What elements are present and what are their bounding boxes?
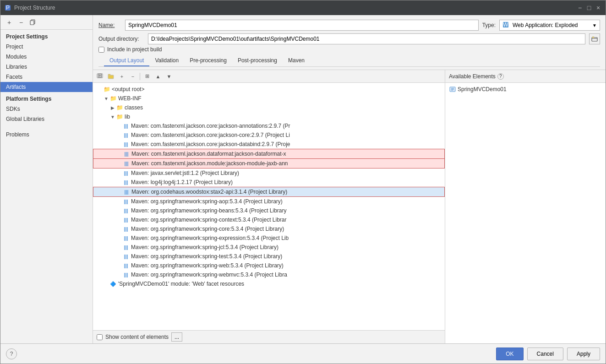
maven9-label: Maven: org.springframework:spring-aop:5.… [131, 198, 283, 205]
move-up-button[interactable]: ▲ [153, 71, 163, 81]
sidebar-item-project[interactable]: Project [0, 42, 93, 52]
tab-output-layout[interactable]: Output Layout [104, 55, 149, 66]
tree-item-maven14[interactable]: ||| Maven: org.springframework:spring-jc… [93, 243, 445, 252]
tree-item-maven12[interactable]: ||| Maven: org.springframework:spring-co… [93, 224, 445, 234]
sidebar: + − Project Settings Project Modules Lib… [0, 15, 93, 343]
sidebar-item-modules[interactable]: Modules [0, 52, 93, 62]
tree-item-maven4[interactable]: ||| Maven: com.fasterxml.jackson.datafor… [93, 149, 445, 159]
sort-button[interactable]: ⊞ [142, 71, 152, 81]
tree-item-maven1[interactable]: ||| Maven: com.fasterxml.jackson.core:ja… [93, 121, 445, 130]
maven2-icon: ||| [122, 131, 130, 139]
expand-web-inf[interactable]: ▼ [103, 96, 109, 101]
module-icon [449, 86, 456, 93]
sidebar-item-facets[interactable]: Facets [0, 72, 93, 82]
type-value: Web Application: Exploded [513, 22, 590, 28]
tree-item-maven5[interactable]: ||| Maven: com.fasterxml.jackson.module:… [93, 158, 445, 168]
ok-button[interactable]: OK [496, 348, 523, 360]
expand-lib[interactable]: ▼ [109, 114, 116, 120]
tree-item-maven15[interactable]: ||| Maven: org.springframework:spring-te… [93, 252, 445, 261]
output-root-icon: 📁 [103, 86, 110, 93]
tree-item-web-inf[interactable]: ▼ 📁 WEB-INF [93, 94, 445, 103]
maven13-icon: ||| [122, 234, 130, 242]
tree-item-maven3[interactable]: ||| Maven: com.fasterxml.jackson.core:ja… [93, 140, 445, 149]
available-item-springmvcdemo01[interactable]: SpringMVCDemo01 [445, 85, 606, 94]
type-selector[interactable]: W Web Application: Exploded ▼ [499, 20, 600, 31]
include-row: Include in project build [98, 46, 600, 53]
lib-label: lib [125, 114, 130, 120]
tab-maven[interactable]: Maven [283, 55, 310, 66]
tree-item-maven9[interactable]: ||| Maven: org.springframework:spring-ao… [93, 197, 445, 206]
maven2-label: Maven: com.fasterxml.jackson.core:jackso… [131, 132, 290, 138]
sidebar-item-artifacts[interactable]: Artifacts [0, 82, 93, 92]
include-checkbox[interactable] [98, 47, 104, 53]
remove-button[interactable]: − [128, 71, 138, 81]
maven7-label: Maven: log4j:log4j:1.2.17 (Project Libra… [131, 179, 233, 185]
tabs-bar: Output Layout Validation Pre-processing … [98, 55, 600, 67]
maven4-label: Maven: com.fasterxml.jackson.dataformat:… [131, 151, 286, 157]
tree-item-maven7[interactable]: ||| Maven: log4j:log4j:1.2.17 (Project L… [93, 178, 445, 187]
move-down-button[interactable]: ▼ [164, 71, 174, 81]
classes-icon: 📁 [116, 104, 123, 111]
copy-artifact-button[interactable] [28, 17, 38, 27]
sidebar-item-problems[interactable]: Problems [0, 130, 93, 140]
content-area: ⊞ + − ⊞ ▲ ▼ [93, 70, 606, 343]
tree-item-maven2[interactable]: ||| Maven: com.fasterxml.jackson.core:ja… [93, 130, 445, 140]
tree-item-maven6[interactable]: ||| Maven: javax.servlet:jstl:1.2 (Proje… [93, 168, 445, 178]
maven12-label: Maven: org.springframework:spring-core:5… [131, 226, 284, 232]
maximize-button[interactable]: □ [585, 4, 593, 11]
tab-post-processing[interactable]: Post-processing [232, 55, 283, 66]
show-content-more-button[interactable]: ... [171, 332, 182, 342]
add-directory-button[interactable] [106, 71, 116, 81]
sidebar-item-sdks[interactable]: SDKs [0, 104, 93, 114]
add-copy-button[interactable]: + [117, 71, 127, 81]
tree-item-maven8[interactable]: ||| Maven: org.codehaus.woodstox:stax2-a… [93, 187, 445, 197]
tree-item-maven17[interactable]: ||| Maven: org.springframework:spring-we… [93, 270, 445, 279]
tree-item-classes[interactable]: ▶ 📁 classes [93, 103, 445, 112]
maven14-label: Maven: org.springframework:spring-jcl:5.… [131, 244, 278, 250]
close-button[interactable]: × [595, 4, 602, 11]
minimize-button[interactable]: − [576, 4, 584, 11]
tree-item-facet-resources[interactable]: 🔷 'SpringMVCDemo01' module: 'Web' facet … [93, 279, 445, 288]
tree-item-maven10[interactable]: ||| Maven: org.springframework:spring-be… [93, 206, 445, 215]
problems-label: Problems [6, 131, 29, 138]
bottom-bar: Show content of elements ... [93, 330, 445, 343]
sidebar-item-libraries[interactable]: Libraries [0, 62, 93, 72]
tree-item-output-root[interactable]: 📁 <output root> [93, 85, 445, 94]
tree-item-lib[interactable]: ▼ 📁 lib [93, 112, 445, 121]
maven1-label: Maven: com.fasterxml.jackson.core:jackso… [131, 123, 290, 129]
maven8-icon: ||| [123, 188, 130, 196]
platform-settings-header: Platform Settings [0, 92, 93, 104]
name-input[interactable] [125, 20, 479, 31]
add-artifact-button[interactable]: + [4, 17, 14, 27]
dialog-title: Project Structure [14, 5, 576, 11]
sidebar-item-global-libraries[interactable]: Global Libraries [0, 114, 93, 124]
tree-item-maven13[interactable]: ||| Maven: org.springframework:spring-ex… [93, 234, 445, 243]
tree-item-maven16[interactable]: ||| Maven: org.springframework:spring-we… [93, 261, 445, 270]
remove-artifact-button[interactable]: − [16, 17, 26, 27]
app-icon: P [4, 4, 11, 11]
tab-pre-processing[interactable]: Pre-processing [184, 55, 232, 66]
tree-toolbar: ⊞ + − ⊞ ▲ ▼ [93, 70, 445, 83]
apply-button[interactable]: Apply [567, 348, 600, 360]
cancel-button[interactable]: Cancel [527, 348, 563, 360]
maven14-icon: ||| [122, 244, 130, 251]
output-browse-button[interactable] [589, 33, 600, 44]
window-controls: − □ × [576, 4, 602, 11]
tab-validation[interactable]: Validation [149, 55, 184, 66]
available-label: Available Elements [449, 73, 496, 80]
tree-content[interactable]: 📁 <output root> ▼ 📁 WEB-INF ▶ 📁 [93, 83, 445, 330]
show-content-checkbox[interactable] [97, 334, 103, 340]
project-label: Project [6, 43, 23, 50]
web-inf-label: WEB-INF [118, 95, 142, 102]
toolbar-separator [140, 73, 140, 80]
available-help-icon[interactable]: ? [497, 73, 504, 80]
svg-rect-7 [592, 37, 594, 38]
tree-item-maven11[interactable]: ||| Maven: org.springframework:spring-co… [93, 215, 445, 224]
sdks-label: SDKs [6, 106, 20, 112]
svg-rect-3 [30, 21, 34, 25]
expand-classes[interactable]: ▶ [109, 105, 116, 110]
facet-label: 'SpringMVCDemo01' module: 'Web' facet re… [118, 281, 244, 287]
lib-icon: 📁 [116, 113, 123, 120]
help-button[interactable]: ? [6, 348, 17, 359]
add-element-button[interactable]: ⊞ [95, 71, 105, 81]
